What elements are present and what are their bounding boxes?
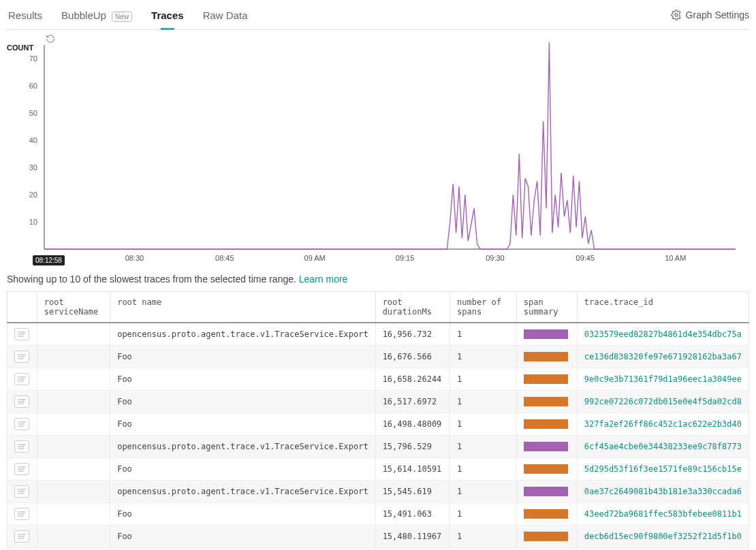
cell-name: Foo (110, 413, 375, 436)
span-summary-bar (524, 352, 568, 361)
svg-point-0 (675, 14, 678, 16)
col-spans[interactable]: number of spans (450, 292, 517, 323)
tab-bubbleup[interactable]: BubbleUp New (60, 5, 133, 29)
view-trace-button[interactable] (14, 485, 29, 498)
span-summary-bar (524, 419, 568, 429)
cell-name: opencensus.proto.agent.trace.v1.TraceSer… (110, 481, 375, 503)
traces-table: root serviceName root name root duration… (7, 291, 749, 548)
col-traceid[interactable]: trace.trace_id (577, 292, 749, 323)
cell-trace-id[interactable]: 43eed72ba9681ffec583bfebee0811b1 (577, 503, 749, 525)
tab-results[interactable]: Results (7, 5, 44, 29)
tabs-left: Results BubbleUp New Traces Raw Data (7, 5, 249, 29)
cell-service (37, 391, 110, 413)
table-row: opencensus.proto.agent.trace.v1.TraceSer… (7, 323, 749, 346)
graph-settings-button[interactable]: Graph Settings (671, 10, 749, 26)
undo-icon[interactable] (46, 34, 55, 44)
chart-area: COUNT 10203040506070508:3008:4509 AM09:1… (7, 30, 749, 268)
cell-duration: 15,491.063 (375, 503, 450, 525)
view-trace-button[interactable] (14, 328, 29, 340)
tab-rawdata[interactable]: Raw Data (202, 5, 249, 29)
view-trace-button[interactable] (14, 463, 29, 475)
col-duration[interactable]: root durationMs (375, 292, 450, 323)
trace-caption: Showing up to 10 of the slowest traces f… (7, 274, 749, 285)
cell-spans: 1 (450, 368, 517, 391)
cell-service (37, 458, 110, 481)
cell-spans: 1 (450, 391, 517, 413)
cell-summary (516, 503, 577, 525)
cell-spans: 1 (450, 436, 517, 458)
graph-settings-label: Graph Settings (686, 10, 749, 20)
view-trace-button[interactable] (14, 530, 29, 543)
cell-duration: 15,545.619 (375, 481, 450, 503)
cell-trace-id[interactable]: 0323579eed82827b4861d4e354dbc75a (577, 323, 749, 346)
tabs-bar: Results BubbleUp New Traces Raw Data Gra… (7, 5, 749, 30)
svg-text:60: 60 (29, 82, 37, 90)
view-trace-button[interactable] (14, 373, 29, 385)
caption-text: Showing up to 10 of the slowest traces f… (7, 274, 296, 285)
cell-service (37, 525, 110, 548)
view-trace-button[interactable] (14, 418, 29, 430)
span-summary-bar (524, 464, 568, 474)
cell-summary (516, 368, 577, 391)
cell-name: Foo (110, 368, 375, 391)
cell-summary (516, 458, 577, 481)
svg-text:20: 20 (29, 191, 37, 199)
cell-trace-id[interactable]: decb6d15ec90f9800ef3252f21d5f1b0 (577, 525, 749, 548)
span-summary-bar (524, 487, 568, 496)
cell-duration: 16,517.6972 (375, 391, 450, 413)
cell-service (37, 323, 110, 346)
cell-trace-id[interactable]: 9e0c9e3b71361f79d1a96eec1a3049ee (577, 368, 749, 391)
cell-trace-id[interactable]: ce136d838320fe97e671928162ba3a67 (577, 346, 749, 368)
cell-service (37, 503, 110, 525)
cell-spans: 1 (450, 346, 517, 368)
count-chart[interactable]: 10203040506070508:3008:4509 AM09:1509:30… (7, 38, 749, 266)
col-service[interactable]: root serviceName (37, 292, 110, 323)
span-summary-bar (524, 532, 568, 541)
tab-traces[interactable]: Traces (150, 5, 185, 29)
new-badge: New (112, 12, 132, 22)
view-trace-button[interactable] (14, 395, 29, 408)
cell-summary (516, 323, 577, 346)
gear-icon (671, 10, 682, 20)
col-summary[interactable]: span summary (516, 292, 577, 323)
cell-service (37, 481, 110, 503)
cell-service (37, 346, 110, 368)
cell-name: opencensus.proto.agent.trace.v1.TraceSer… (110, 436, 375, 458)
cell-service (37, 436, 110, 458)
cell-trace-id[interactable]: 992ce07226c072db015e0e4f5da02cd8 (577, 391, 749, 413)
svg-text:09 AM: 09 AM (304, 254, 326, 262)
cell-name: Foo (110, 391, 375, 413)
time-cursor-badge: 08:12:58 (33, 255, 65, 265)
table-row: Foo16,498.480091327fa2ef26ff86c452c1ac62… (7, 413, 749, 436)
span-summary-bar (524, 442, 568, 451)
svg-text:09:15: 09:15 (396, 254, 415, 262)
view-trace-button[interactable] (14, 508, 29, 520)
learn-more-link[interactable]: Learn more (299, 274, 348, 285)
table-header-row: root serviceName root name root duration… (7, 292, 749, 323)
cell-duration: 16,676.566 (375, 346, 450, 368)
table-row: opencensus.proto.agent.trace.v1.TraceSer… (7, 481, 749, 503)
cell-duration: 15,480.11967 (375, 525, 450, 548)
span-summary-bar (524, 329, 568, 339)
table-row: Foo16,676.5661ce136d838320fe97e671928162… (7, 346, 749, 368)
col-icon (7, 292, 37, 323)
view-trace-button[interactable] (14, 351, 29, 363)
span-summary-bar (524, 509, 568, 519)
table-row: opencensus.proto.agent.trace.v1.TraceSer… (7, 436, 749, 458)
cell-trace-id[interactable]: 0ae37c2649081b43b181e3a330ccada6 (577, 481, 749, 503)
cell-name: opencensus.proto.agent.trace.v1.TraceSer… (110, 323, 375, 346)
cell-trace-id[interactable]: 6cf45ae4cbe0e34438233ee9c78f8773 (577, 436, 749, 458)
svg-text:10: 10 (29, 218, 37, 226)
col-name[interactable]: root name (110, 292, 375, 323)
span-summary-bar (524, 397, 568, 406)
cell-name: Foo (110, 346, 375, 368)
cell-summary (516, 413, 577, 436)
cell-trace-id[interactable]: 5d295d53f16f3ee1571fe89c156cb15e (577, 458, 749, 481)
table-row: Foo16,517.69721992ce07226c072db015e0e4f5… (7, 391, 749, 413)
cell-spans: 1 (450, 525, 517, 548)
svg-text:30: 30 (29, 163, 37, 172)
cell-service (37, 368, 110, 391)
cell-trace-id[interactable]: 327fa2ef26ff86c452c1ac622e2b3d40 (577, 413, 749, 436)
view-trace-button[interactable] (14, 440, 29, 453)
cell-duration: 15,614.10591 (375, 458, 450, 481)
